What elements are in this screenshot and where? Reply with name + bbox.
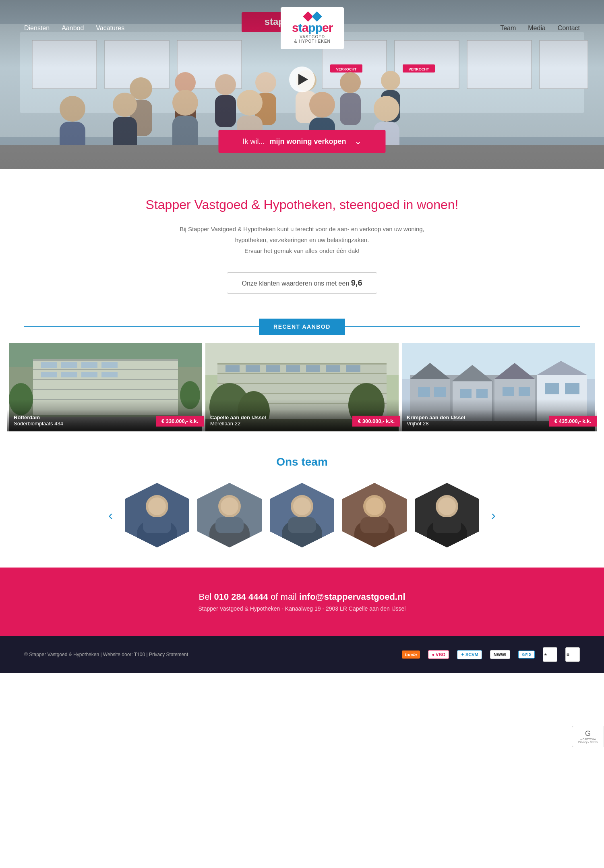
nav-media[interactable]: Media (528, 25, 546, 32)
footer-cta-phone[interactable]: 010 284 4444 (214, 592, 268, 602)
svg-rect-69 (217, 383, 387, 384)
section-header: RECENT AANBOD (0, 326, 604, 343)
footer-logo-extra2[interactable]: ⊞ (565, 647, 580, 662)
svg-rect-57 (61, 372, 77, 377)
nav-contact[interactable]: Contact (558, 25, 580, 32)
intro-title: Stapper Vastgoed & Hypotheken, steengoed… (81, 197, 523, 212)
footer-logo-vbo[interactable]: ● VBO (428, 650, 449, 659)
svg-rect-55 (101, 362, 118, 368)
team-member-1[interactable] (125, 483, 189, 547)
svg-rect-74 (266, 365, 280, 372)
logo-letter-t: t (298, 21, 302, 34)
hero-cta-button[interactable]: Ik wil... mijn woning verkopen ⌄ (218, 130, 385, 153)
footer-cta-prefix: Bel (199, 592, 214, 602)
svg-rect-98 (476, 389, 488, 398)
footer-logo-nwwi[interactable]: NWWI (490, 650, 510, 659)
rating-value: 9,6 (351, 278, 362, 287)
svg-rect-100 (519, 387, 530, 396)
team-avatar-3 (270, 483, 334, 547)
team-member-2[interactable] (197, 483, 262, 547)
team-avatar-5 (415, 483, 479, 547)
avatar-svg-1 (125, 483, 189, 547)
svg-rect-77 (326, 365, 340, 372)
ons-team-title: Ons team (16, 456, 588, 468)
svg-rect-129 (433, 517, 461, 533)
svg-rect-75 (286, 365, 300, 372)
property-card-2[interactable]: Capelle aan den IJssel Merellaan 22 € 30… (204, 343, 400, 431)
ons-team-section: Ons team ‹ (0, 431, 604, 568)
footer-cta-email[interactable]: info@stappervastgoed.nl (299, 592, 405, 602)
svg-point-107 (148, 497, 166, 515)
footer-cta-section: Bel 010 284 4444 of mail info@stappervas… (0, 568, 604, 636)
avatar-svg-2 (197, 483, 262, 547)
svg-rect-48 (33, 369, 178, 370)
footer-cta-address: Stapper Vastgoed & Hypotheken - Kanaalwe… (16, 605, 588, 612)
property-price-2: € 300.000,- k.k. (352, 416, 400, 427)
footer-logo-extra1[interactable]: ★ (543, 647, 557, 662)
svg-rect-102 (565, 383, 579, 394)
team-avatar-1 (125, 483, 189, 547)
vbo-icon: ● (432, 652, 434, 657)
svg-rect-58 (81, 372, 97, 377)
svg-rect-50 (33, 389, 178, 390)
svg-rect-114 (215, 517, 244, 533)
team-members-list (125, 483, 479, 547)
footer-logos: funda ● VBO ✦ SCVM NWWI KiFiD ★ ⊞ (402, 647, 580, 662)
footer-logo-kifid[interactable]: KiFiD (518, 650, 535, 659)
svg-rect-95 (418, 387, 430, 397)
svg-rect-53 (61, 362, 77, 368)
logo-letter-pp: pp (308, 21, 322, 34)
svg-rect-67 (217, 363, 387, 365)
logo-letter-er: er (322, 21, 333, 34)
property-card-1[interactable]: Rotterdam Soderblomplaats 434 € 330.000,… (7, 343, 204, 431)
carousel-prev-button[interactable]: ‹ (104, 504, 117, 527)
svg-rect-76 (306, 365, 320, 372)
nav-left: Diensten Aanbod Vacatures (24, 25, 124, 32)
svg-rect-52 (41, 362, 57, 368)
logo[interactable]: stapper VASTGOED& HYPOTHEKEN (281, 7, 344, 49)
svg-point-122 (366, 497, 383, 515)
team-member-4[interactable] (342, 483, 407, 547)
team-member-3[interactable] (270, 483, 334, 547)
svg-rect-73 (246, 365, 260, 372)
property-card-3[interactable]: Krimpen aan den IJssel Vrijhof 28 € 435.… (400, 343, 597, 431)
team-carousel: ‹ (16, 483, 588, 547)
properties-grid: Rotterdam Soderblomplaats 434 € 330.000,… (7, 343, 597, 431)
svg-rect-59 (101, 372, 118, 377)
svg-rect-96 (434, 387, 446, 397)
recent-aanbod-label[interactable]: RECENT AANBOD (259, 319, 345, 335)
property-price-1: € 330.000,- k.k. (156, 416, 204, 427)
intro-line3: Ervaar het gemak van alles onder één dak… (244, 247, 360, 254)
nav-diensten[interactable]: Diensten (24, 25, 50, 32)
svg-rect-47 (33, 359, 178, 361)
svg-rect-68 (217, 373, 387, 374)
footer-cta-middle: of mail (268, 592, 299, 602)
logo-tagline: VASTGOED& HYPOTHEKEN (294, 35, 330, 44)
svg-rect-101 (545, 383, 559, 394)
team-avatar-2 (197, 483, 262, 547)
svg-point-112 (221, 497, 238, 515)
footer-logo-scvm[interactable]: ✦ SCVM (457, 650, 482, 659)
property-price-3: € 435.000,- k.k. (549, 416, 597, 427)
svg-point-117 (293, 497, 311, 515)
logo-diamond-blue (312, 11, 322, 21)
svg-rect-124 (360, 517, 389, 533)
nav-vacatures[interactable]: Vacatures (96, 25, 124, 32)
nav-aanbod[interactable]: Aanbod (62, 25, 84, 32)
footer-logo-funda[interactable]: funda (402, 650, 420, 659)
recent-aanbod-section: RECENT AANBOD (0, 310, 604, 431)
navbar: Diensten Aanbod Vacatures stapper VASTGO… (0, 0, 604, 56)
team-member-5[interactable] (415, 483, 479, 547)
footer-copyright: © Stapper Vastgoed & Hypotheken | Websit… (24, 652, 188, 657)
avatar-svg-4 (342, 483, 407, 547)
footer: © Stapper Vastgoed & Hypotheken | Websit… (0, 636, 604, 673)
carousel-next-button[interactable]: › (487, 504, 500, 527)
play-button[interactable] (289, 66, 315, 92)
svg-rect-109 (143, 517, 171, 533)
footer-cta-text: Bel 010 284 4444 of mail info@stappervas… (16, 592, 588, 602)
hero-cta-text: mijn woning verkopen (269, 137, 346, 146)
nav-team[interactable]: Team (500, 25, 516, 32)
rating-box: Onze klanten waarderen ons met een 9,6 (227, 272, 377, 294)
hero-cta-prefix: Ik wil... (242, 137, 265, 146)
logo-icon (304, 13, 321, 20)
